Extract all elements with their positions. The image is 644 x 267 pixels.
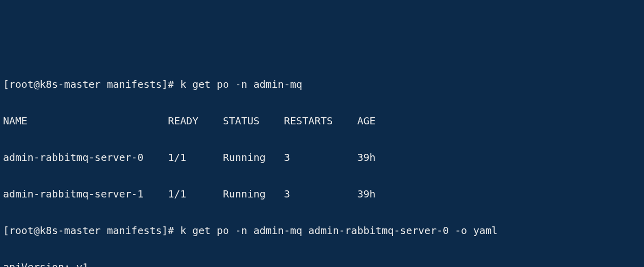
cell-age: 39h: [357, 188, 375, 200]
cell-name: admin-rabbitmq-server-1: [3, 188, 144, 200]
shell-prompt: [root@k8s-master manifests]#: [3, 224, 174, 237]
yaml-apiversion: apiVersion: v1: [3, 258, 641, 267]
cell-name: admin-rabbitmq-server-0: [3, 151, 144, 163]
table-row: admin-rabbitmq-server-0 1/1 Running 3 39…: [3, 148, 641, 166]
col-name: NAME: [3, 115, 27, 127]
cell-restarts: 3: [284, 151, 290, 163]
cell-age: 39h: [357, 151, 375, 163]
table-header-row: NAME READY STATUS RESTARTS AGE: [3, 112, 641, 130]
prompt-line-2: [root@k8s-master manifests]# k get po -n…: [3, 221, 641, 240]
col-restarts: RESTARTS: [284, 115, 333, 127]
cell-status: Running: [223, 188, 266, 200]
prompt-line-1: [root@k8s-master manifests]# k get po -n…: [3, 75, 641, 93]
cell-status: Running: [223, 151, 266, 163]
cell-restarts: 3: [284, 188, 290, 200]
command-text: k get po -n admin-mq admin-rabbitmq-serv…: [180, 224, 497, 237]
col-age: AGE: [357, 115, 375, 127]
table-row: admin-rabbitmq-server-1 1/1 Running 3 39…: [3, 185, 641, 203]
col-ready: READY: [168, 115, 198, 127]
cell-ready: 1/1: [168, 188, 186, 200]
col-status: STATUS: [223, 115, 260, 127]
shell-prompt: [root@k8s-master manifests]#: [3, 78, 174, 90]
command-text: k get po -n admin-mq: [180, 78, 302, 90]
cell-ready: 1/1: [168, 151, 186, 163]
